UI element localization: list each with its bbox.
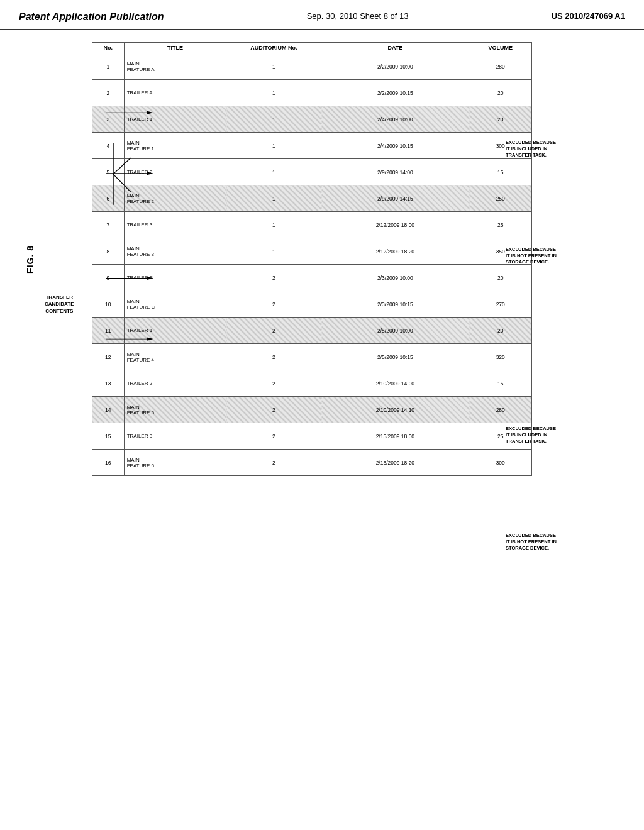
cell-date: 2/9/2009 14:00 [321, 159, 469, 185]
diagram-area: No. TITLE AUDITORIUM No. DATE VOLUME 1MA… [42, 42, 631, 476]
col-header-no: No. [92, 43, 125, 53]
cell-auditorium: 2 [226, 450, 321, 476]
cell-date: 2/2/2009 10:00 [321, 53, 469, 80]
cell-auditorium: 1 [226, 238, 321, 265]
cell-auditorium: 2 [226, 423, 321, 450]
cell-no: 15 [92, 423, 125, 450]
cell-auditorium: 1 [226, 159, 321, 185]
cell-no: 7 [92, 212, 125, 238]
table-row: 8MAIN FEATURE 312/12/2009 18:20350 [92, 238, 532, 265]
col-header-title: TITLE [124, 43, 226, 53]
cell-auditorium: 2 [226, 344, 321, 370]
cell-date: 2/5/2009 10:15 [321, 344, 469, 370]
table-row: 13TRAILER 222/10/2009 14:0015 [92, 370, 532, 397]
table-row: 14MAIN FEATURE 522/10/2009 14:10280 [92, 397, 532, 423]
cell-auditorium: 1 [226, 185, 321, 212]
sheet-info: Sep. 30, 2010 Sheet 8 of 13 [307, 11, 409, 21]
cell-auditorium: 1 [226, 53, 321, 80]
cell-title: TRAILER B [124, 265, 226, 291]
cell-date: 2/3/2009 10:00 [321, 265, 469, 291]
cell-volume: 20 [469, 106, 532, 133]
cell-date: 2/4/2009 10:15 [321, 133, 469, 159]
content-table: No. TITLE AUDITORIUM No. DATE VOLUME 1MA… [92, 42, 532, 476]
figure-label: FIG. 8 [25, 245, 35, 274]
cell-no: 8 [92, 238, 125, 265]
cell-date: 2/10/2009 14:00 [321, 370, 469, 397]
page-header: Patent Application Publication Sep. 30, … [0, 0, 644, 30]
table-row: 1MAIN FEATURE A12/2/2009 10:00280 [92, 53, 532, 80]
cell-no: 2 [92, 80, 125, 106]
cell-auditorium: 2 [226, 397, 321, 423]
col-header-volume: VOLUME [469, 43, 532, 53]
cell-no: 4 [92, 133, 125, 159]
cell-volume: 25 [469, 212, 532, 238]
cell-title: TRAILER 2 [124, 159, 226, 185]
table-row: 15TRAILER 322/15/2009 18:0025 [92, 423, 532, 450]
table-row: 3TRAILER 112/4/2009 10:0020 [92, 106, 532, 133]
table-row: 7TRAILER 312/12/2009 18:0025 [92, 212, 532, 238]
cell-volume: 300 [469, 450, 532, 476]
cell-no: 1 [92, 53, 125, 80]
cell-date: 2/15/2009 18:00 [321, 423, 469, 450]
cell-date: 2/15/2009 18:20 [321, 450, 469, 476]
table-row: 5TRAILER 212/9/2009 14:0015 [92, 159, 532, 185]
exclusion-label-3: EXCLUDED BECAUSEIT IS INCLUDED INTRANSFE… [506, 426, 556, 444]
cell-volume: 280 [469, 53, 532, 80]
cell-no: 3 [92, 106, 125, 133]
cell-no: 13 [92, 370, 125, 397]
cell-no: 10 [92, 291, 125, 318]
table-row: 6MAIN FEATURE 212/9/2009 14:15250 [92, 185, 532, 212]
cell-no: 12 [92, 344, 125, 370]
cell-no: 14 [92, 397, 125, 423]
cell-title: TRAILER 2 [124, 370, 226, 397]
main-content: FIG. 8 [0, 30, 644, 489]
cell-no: 5 [92, 159, 125, 185]
cell-title: MAIN FEATURE 4 [124, 344, 226, 370]
cell-volume: 280 [469, 397, 532, 423]
cell-title: MAIN FEATURE C [124, 291, 226, 318]
col-header-aud: AUDITORIUM No. [226, 43, 321, 53]
cell-volume: 270 [469, 291, 532, 318]
cell-no: 9 [92, 265, 125, 291]
cell-date: 2/3/2009 10:15 [321, 291, 469, 318]
cell-auditorium: 1 [226, 212, 321, 238]
cell-volume: 20 [469, 265, 532, 291]
cell-title: TRAILER 3 [124, 423, 226, 450]
table-row: 4MAIN FEATURE 112/4/2009 10:15300 [92, 133, 532, 159]
table-row: 2TRAILER A12/2/2009 10:1520 [92, 80, 532, 106]
cell-title: MAIN FEATURE 6 [124, 450, 226, 476]
cell-date: 2/5/2009 10:00 [321, 318, 469, 344]
cell-date: 2/12/2009 18:20 [321, 238, 469, 265]
table-row: 16MAIN FEATURE 622/15/2009 18:20300 [92, 450, 532, 476]
cell-date: 2/9/2009 14:15 [321, 185, 469, 212]
cell-auditorium: 2 [226, 318, 321, 344]
cell-no: 6 [92, 185, 125, 212]
patent-number: US 2010/247069 A1 [552, 11, 625, 21]
exclusion-label-1: EXCLUDED BECAUSEIT IS INCLUDED INTRANSFE… [506, 140, 556, 158]
cell-no: 16 [92, 450, 125, 476]
cell-date: 2/2/2009 10:15 [321, 80, 469, 106]
cell-auditorium: 1 [226, 106, 321, 133]
cell-auditorium: 2 [226, 265, 321, 291]
cell-date: 2/12/2009 18:00 [321, 212, 469, 238]
cell-date: 2/4/2009 10:00 [321, 106, 469, 133]
cell-auditorium: 1 [226, 133, 321, 159]
cell-title: MAIN FEATURE 3 [124, 238, 226, 265]
cell-title: TRAILER A [124, 80, 226, 106]
exclusion-label-2: EXCLUDED BECAUSEIT IS NOT PRESENT INSTOR… [506, 246, 557, 265]
cell-volume: 320 [469, 344, 532, 370]
cell-title: MAIN FEATURE 5 [124, 397, 226, 423]
cell-volume: 15 [469, 370, 532, 397]
table-row: 11TRAILER 122/5/2009 10:0020 [92, 318, 532, 344]
transfer-candidate-label: TRANSFERCANDIDATECONTENTS [45, 294, 74, 315]
cell-title: TRAILER 1 [124, 318, 226, 344]
cell-title: MAIN FEATURE A [124, 53, 226, 80]
cell-date: 2/10/2009 14:10 [321, 397, 469, 423]
table-row: 10MAIN FEATURE C22/3/2009 10:15270 [92, 291, 532, 318]
cell-volume: 20 [469, 80, 532, 106]
cell-auditorium: 2 [226, 291, 321, 318]
cell-title: TRAILER 3 [124, 212, 226, 238]
cell-title: MAIN FEATURE 1 [124, 133, 226, 159]
col-header-date: DATE [321, 43, 469, 53]
cell-auditorium: 1 [226, 80, 321, 106]
